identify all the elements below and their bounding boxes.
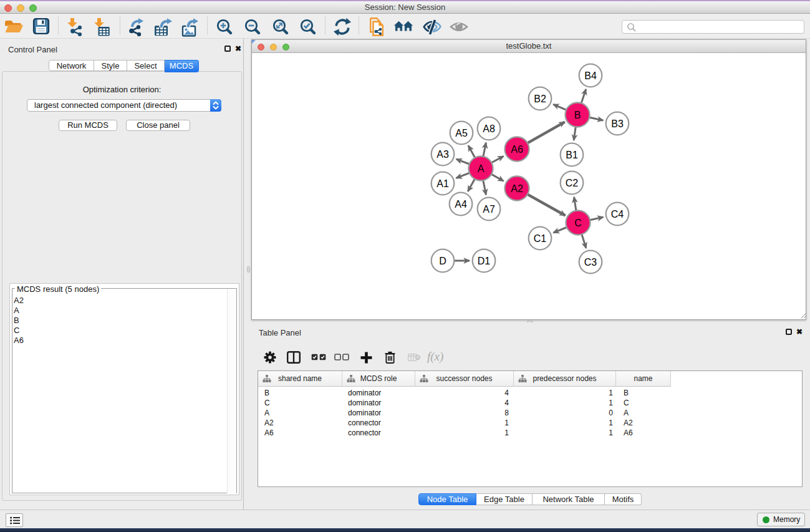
- svg-text:B2: B2: [534, 94, 546, 104]
- svg-text:A: A: [478, 163, 485, 174]
- svg-text:B3: B3: [611, 118, 624, 129]
- svg-text:D: D: [439, 256, 446, 266]
- svg-text:C2: C2: [566, 178, 579, 188]
- svg-text:B4: B4: [584, 70, 597, 81]
- svg-text:C1: C1: [534, 233, 547, 244]
- svg-text:A2: A2: [511, 183, 523, 194]
- svg-text:A3: A3: [436, 149, 449, 160]
- svg-text:A5: A5: [455, 128, 468, 138]
- svg-text:C4: C4: [611, 209, 624, 220]
- svg-text:A4: A4: [455, 199, 467, 210]
- svg-text:B: B: [574, 110, 581, 120]
- svg-text:D1: D1: [478, 256, 491, 266]
- svg-text:A6: A6: [511, 144, 523, 155]
- svg-text:B1: B1: [566, 150, 578, 160]
- svg-text:C3: C3: [584, 257, 597, 268]
- svg-text:A7: A7: [483, 204, 495, 215]
- svg-text:C: C: [574, 218, 582, 228]
- svg-text:A1: A1: [436, 178, 449, 189]
- svg-text:A8: A8: [483, 123, 495, 134]
